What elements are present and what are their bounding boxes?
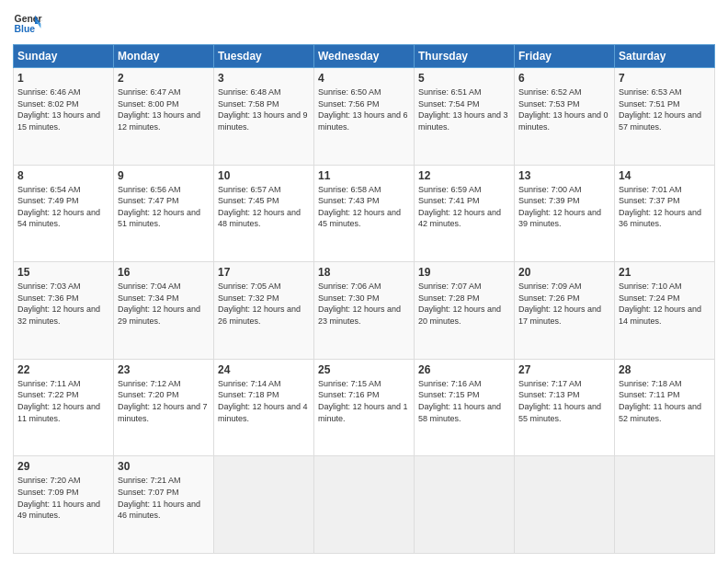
day-number: 13 [518,169,610,182]
day-number: 26 [418,363,510,376]
day-info: Sunrise: 7:11 AMSunset: 7:22 PMDaylight:… [17,378,109,424]
day-info: Sunrise: 6:58 AMSunset: 7:43 PMDaylight:… [318,184,410,230]
svg-text:Blue: Blue [15,24,36,34]
day-info: Sunrise: 6:46 AMSunset: 8:02 PMDaylight:… [17,86,109,132]
weekday-tuesday: Tuesday [214,45,314,68]
weekday-friday: Friday [515,45,615,68]
day-number: 18 [318,266,410,279]
calendar-cell: 5Sunrise: 6:51 AMSunset: 7:54 PMDaylight… [415,68,515,166]
day-number: 16 [118,266,210,279]
day-number: 3 [218,72,310,85]
calendar-cell: 21Sunrise: 7:10 AMSunset: 7:24 PMDayligh… [615,262,715,360]
day-info: Sunrise: 7:12 AMSunset: 7:20 PMDaylight:… [118,378,210,424]
day-number: 1 [17,72,109,85]
day-info: Sunrise: 6:56 AMSunset: 7:47 PMDaylight:… [118,184,210,230]
calendar-cell: 13Sunrise: 7:00 AMSunset: 7:39 PMDayligh… [515,165,615,262]
calendar-cell: 26Sunrise: 7:16 AMSunset: 7:15 PMDayligh… [415,359,515,456]
day-info: Sunrise: 6:52 AMSunset: 7:53 PMDaylight:… [518,86,610,132]
calendar-cell [415,456,515,554]
day-number: 14 [619,169,711,182]
calendar-cell: 1Sunrise: 6:46 AMSunset: 8:02 PMDaylight… [14,68,114,166]
calendar-week-5: 29Sunrise: 7:20 AMSunset: 7:09 PMDayligh… [14,456,715,554]
day-info: Sunrise: 6:51 AMSunset: 7:54 PMDaylight:… [418,86,510,132]
day-info: Sunrise: 6:48 AMSunset: 7:58 PMDaylight:… [218,86,310,132]
day-number: 17 [218,266,310,279]
day-info: Sunrise: 7:15 AMSunset: 7:16 PMDaylight:… [318,378,410,424]
calendar-cell: 14Sunrise: 7:01 AMSunset: 7:37 PMDayligh… [615,165,715,262]
calendar-cell: 3Sunrise: 6:48 AMSunset: 7:58 PMDaylight… [214,68,314,166]
header: General Blue [13,9,715,39]
logo: General Blue [13,9,42,39]
calendar-week-1: 1Sunrise: 6:46 AMSunset: 8:02 PMDaylight… [14,68,715,166]
day-info: Sunrise: 7:00 AMSunset: 7:39 PMDaylight:… [518,184,610,230]
day-number: 2 [118,72,210,85]
day-number: 25 [318,363,410,376]
calendar-body: 1Sunrise: 6:46 AMSunset: 8:02 PMDaylight… [14,68,715,554]
calendar-cell: 8Sunrise: 6:54 AMSunset: 7:49 PMDaylight… [14,165,114,262]
day-info: Sunrise: 6:54 AMSunset: 7:49 PMDaylight:… [17,184,109,230]
calendar-cell [314,456,415,554]
calendar-cell: 9Sunrise: 6:56 AMSunset: 7:47 PMDaylight… [114,165,214,262]
day-info: Sunrise: 6:59 AMSunset: 7:41 PMDaylight:… [418,184,510,230]
calendar-cell [214,456,314,554]
calendar-cell: 24Sunrise: 7:14 AMSunset: 7:18 PMDayligh… [214,359,314,456]
calendar-cell: 18Sunrise: 7:06 AMSunset: 7:30 PMDayligh… [314,262,415,360]
day-number: 7 [619,72,711,85]
weekday-wednesday: Wednesday [314,45,415,68]
day-number: 19 [418,266,510,279]
calendar-cell: 15Sunrise: 7:03 AMSunset: 7:36 PMDayligh… [14,262,114,360]
calendar-cell: 25Sunrise: 7:15 AMSunset: 7:16 PMDayligh… [314,359,415,456]
calendar-week-2: 8Sunrise: 6:54 AMSunset: 7:49 PMDaylight… [14,165,715,262]
calendar-cell: 12Sunrise: 6:59 AMSunset: 7:41 PMDayligh… [415,165,515,262]
day-info: Sunrise: 6:47 AMSunset: 8:00 PMDaylight:… [118,86,210,132]
calendar-week-4: 22Sunrise: 7:11 AMSunset: 7:22 PMDayligh… [14,359,715,456]
day-number: 10 [218,169,310,182]
logo-icon: General Blue [13,9,42,39]
day-info: Sunrise: 7:04 AMSunset: 7:34 PMDaylight:… [118,281,210,327]
calendar-cell: 27Sunrise: 7:17 AMSunset: 7:13 PMDayligh… [515,359,615,456]
weekday-row: Sunday Monday Tuesday Wednesday Thursday… [14,45,715,68]
calendar-cell: 2Sunrise: 6:47 AMSunset: 8:00 PMDaylight… [114,68,214,166]
calendar-cell: 19Sunrise: 7:07 AMSunset: 7:28 PMDayligh… [415,262,515,360]
day-number: 23 [118,363,210,376]
calendar: Sunday Monday Tuesday Wednesday Thursday… [13,44,715,554]
calendar-cell: 30Sunrise: 7:21 AMSunset: 7:07 PMDayligh… [114,456,214,554]
weekday-thursday: Thursday [415,45,515,68]
day-info: Sunrise: 7:18 AMSunset: 7:11 PMDaylight:… [619,378,711,424]
day-number: 20 [518,266,610,279]
calendar-cell: 29Sunrise: 7:20 AMSunset: 7:09 PMDayligh… [14,456,114,554]
calendar-cell: 22Sunrise: 7:11 AMSunset: 7:22 PMDayligh… [14,359,114,456]
calendar-cell: 17Sunrise: 7:05 AMSunset: 7:32 PMDayligh… [214,262,314,360]
day-info: Sunrise: 6:53 AMSunset: 7:51 PMDaylight:… [619,86,711,132]
day-number: 5 [418,72,510,85]
calendar-cell: 23Sunrise: 7:12 AMSunset: 7:20 PMDayligh… [114,359,214,456]
day-info: Sunrise: 7:17 AMSunset: 7:13 PMDaylight:… [518,378,610,424]
calendar-cell: 16Sunrise: 7:04 AMSunset: 7:34 PMDayligh… [114,262,214,360]
day-number: 30 [118,460,210,473]
calendar-cell [515,456,615,554]
day-number: 9 [118,169,210,182]
day-number: 24 [218,363,310,376]
calendar-cell: 10Sunrise: 6:57 AMSunset: 7:45 PMDayligh… [214,165,314,262]
weekday-monday: Monday [114,45,214,68]
day-info: Sunrise: 7:03 AMSunset: 7:36 PMDaylight:… [17,281,109,327]
day-info: Sunrise: 7:16 AMSunset: 7:15 PMDaylight:… [418,378,510,424]
weekday-saturday: Saturday [615,45,715,68]
day-info: Sunrise: 7:10 AMSunset: 7:24 PMDaylight:… [619,281,711,327]
day-number: 22 [17,363,109,376]
calendar-cell: 28Sunrise: 7:18 AMSunset: 7:11 PMDayligh… [615,359,715,456]
day-info: Sunrise: 7:09 AMSunset: 7:26 PMDaylight:… [518,281,610,327]
day-info: Sunrise: 7:20 AMSunset: 7:09 PMDaylight:… [17,475,109,521]
day-info: Sunrise: 6:57 AMSunset: 7:45 PMDaylight:… [218,184,310,230]
day-number: 8 [17,169,109,182]
day-info: Sunrise: 7:21 AMSunset: 7:07 PMDaylight:… [118,475,210,521]
day-number: 6 [518,72,610,85]
day-info: Sunrise: 7:14 AMSunset: 7:18 PMDaylight:… [218,378,310,424]
day-number: 27 [518,363,610,376]
page: General Blue Sunday Monday Tuesday Wedne… [0,0,728,563]
day-number: 15 [17,266,109,279]
day-info: Sunrise: 7:06 AMSunset: 7:30 PMDaylight:… [318,281,410,327]
calendar-cell: 4Sunrise: 6:50 AMSunset: 7:56 PMDaylight… [314,68,415,166]
day-info: Sunrise: 7:05 AMSunset: 7:32 PMDaylight:… [218,281,310,327]
day-info: Sunrise: 7:07 AMSunset: 7:28 PMDaylight:… [418,281,510,327]
